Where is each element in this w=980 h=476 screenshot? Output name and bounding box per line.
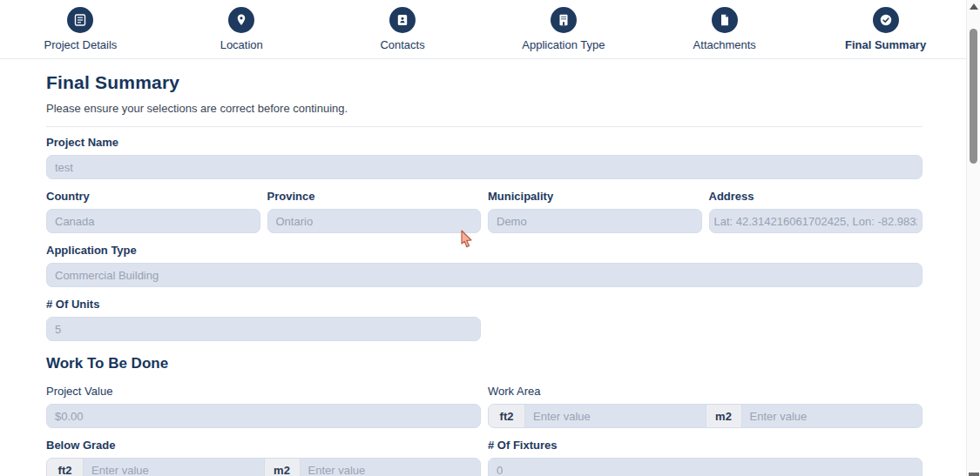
below-grade-row: Below Grade ft2 m2 # Of Fixtures xyxy=(46,439,923,476)
country-label: Country xyxy=(46,190,260,203)
page-title: Final Summary xyxy=(46,72,923,93)
num-fixtures-label: # Of Fixtures xyxy=(488,439,923,452)
address-label: Address xyxy=(709,190,923,203)
work-area-ft2-input[interactable] xyxy=(525,405,706,427)
work-area-m2-input[interactable] xyxy=(742,405,923,427)
work-values-row: Project Value Work Area ft2 m2 xyxy=(46,385,923,428)
page-subtitle: Please ensure your selections are correc… xyxy=(46,102,923,115)
field-num-units: # Of Units xyxy=(46,298,923,341)
step-circle xyxy=(389,7,416,33)
scroll-down-icon[interactable] xyxy=(969,473,979,476)
wizard-stepper: Project Details Location Contacts xyxy=(0,0,980,59)
step-label: Location xyxy=(220,38,263,51)
building-icon xyxy=(557,13,571,27)
num-units-label: # Of Units xyxy=(46,298,923,311)
project-name-input[interactable] xyxy=(46,155,923,179)
field-project-value: Project Value xyxy=(46,385,481,428)
work-area-label: Work Area xyxy=(488,385,923,398)
scroll-up-icon[interactable] xyxy=(970,3,978,10)
step-project-details[interactable]: Project Details xyxy=(0,0,161,58)
below-grade-label: Below Grade xyxy=(46,439,481,452)
work-area-m2-unit: m2 xyxy=(706,405,742,427)
field-work-area: Work Area ft2 m2 xyxy=(488,385,923,428)
scrollbar-thumb[interactable] xyxy=(970,29,977,164)
field-municipality: Municipality xyxy=(488,190,702,233)
project-value-label: Project Value xyxy=(46,385,481,398)
project-name-label: Project Name xyxy=(46,136,923,149)
field-province: Province xyxy=(267,190,482,233)
province-label: Province xyxy=(267,190,482,203)
step-circle xyxy=(67,7,93,33)
field-application-type: Application Type xyxy=(46,244,923,287)
check-circle-icon xyxy=(879,13,893,27)
country-input[interactable] xyxy=(46,209,260,233)
municipality-label: Municipality xyxy=(488,190,702,203)
list-icon xyxy=(73,13,87,27)
step-label: Contacts xyxy=(380,38,424,51)
step-contacts[interactable]: Contacts xyxy=(322,0,483,58)
contact-book-icon xyxy=(395,13,409,27)
province-input[interactable] xyxy=(267,209,482,233)
municipality-input[interactable] xyxy=(488,209,702,233)
field-country: Country xyxy=(46,190,260,233)
map-pin-icon xyxy=(234,13,248,27)
project-value-input[interactable] xyxy=(46,404,481,428)
address-input[interactable] xyxy=(709,209,923,233)
num-units-input[interactable] xyxy=(46,317,481,341)
field-below-grade: Below Grade ft2 m2 xyxy=(46,439,481,476)
location-summary-row: Country Province Municipality Address xyxy=(46,190,923,233)
step-label: Attachments xyxy=(693,38,756,51)
below-grade-ft2-unit: ft2 xyxy=(47,459,84,476)
below-grade-m2-unit: m2 xyxy=(264,459,301,476)
field-num-fixtures: # Of Fixtures xyxy=(488,439,923,476)
step-final-summary[interactable]: Final Summary xyxy=(805,0,966,58)
final-summary-panel: Final Summary Please ensure your selecti… xyxy=(0,59,980,476)
step-label: Project Details xyxy=(44,38,118,51)
application-type-input[interactable] xyxy=(46,263,923,287)
work-area-input-group: ft2 m2 xyxy=(488,404,923,428)
work-section-title: Work To Be Done xyxy=(46,355,923,372)
step-circle xyxy=(712,7,738,33)
divider xyxy=(46,126,923,127)
step-label: Final Summary xyxy=(845,38,926,51)
below-grade-m2-input[interactable] xyxy=(301,459,481,476)
step-attachments[interactable]: Attachments xyxy=(644,0,805,58)
step-circle xyxy=(873,7,899,33)
step-circle xyxy=(228,7,254,33)
step-location[interactable]: Location xyxy=(161,0,322,58)
below-grade-ft2-input[interactable] xyxy=(84,459,264,476)
step-circle xyxy=(551,7,577,33)
application-type-label: Application Type xyxy=(46,244,923,257)
file-icon xyxy=(718,13,732,27)
below-grade-input-group: ft2 m2 xyxy=(46,458,481,476)
num-fixtures-input[interactable] xyxy=(488,458,923,476)
step-label: Application Type xyxy=(522,38,605,51)
field-address: Address xyxy=(709,190,923,233)
field-project-name: Project Name xyxy=(46,136,923,179)
vertical-scrollbar[interactable] xyxy=(966,0,980,476)
step-application-type[interactable]: Application Type xyxy=(483,0,644,58)
work-area-ft2-unit: ft2 xyxy=(489,405,525,427)
